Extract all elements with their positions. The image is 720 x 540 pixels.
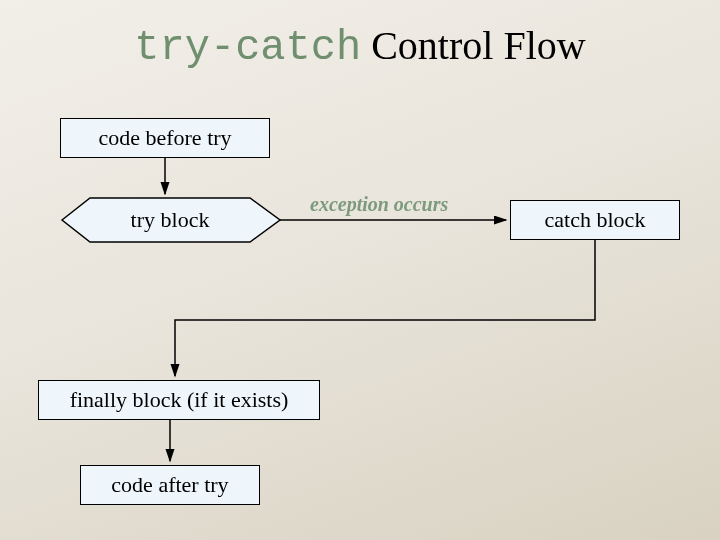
node-label: catch block [545,207,646,233]
title-rest: Control Flow [361,23,585,68]
node-label: code after try [111,472,228,498]
node-label: code before try [98,125,231,151]
arrow-catch-to-finally [175,240,595,376]
edge-label-text: exception occurs [310,193,448,215]
title-monospace: try-catch [134,24,361,72]
node-code-before-try: code before try [60,118,270,158]
page-title: try-catch Control Flow [0,22,720,72]
edge-label-exception: exception occurs [310,193,448,216]
node-label: finally block (if it exists) [70,387,289,413]
flow-arrows [0,0,720,540]
svg-marker-0 [62,198,280,242]
node-finally-block: finally block (if it exists) [38,380,320,420]
node-code-after-try: code after try [80,465,260,505]
node-label: try block [131,207,210,232]
diamond-try-block-shape [0,0,720,540]
node-catch-block: catch block [510,200,680,240]
node-try-block: try block [90,207,250,233]
